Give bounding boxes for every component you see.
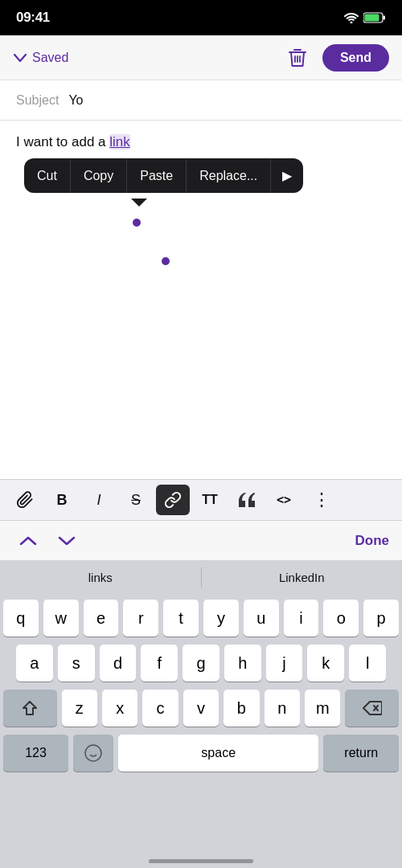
- key-u[interactable]: u: [244, 600, 279, 637]
- key-y[interactable]: y: [203, 600, 239, 637]
- key-c[interactable]: c: [142, 690, 178, 727]
- key-d[interactable]: d: [100, 645, 137, 682]
- saved-label: Saved: [32, 51, 68, 65]
- space-button[interactable]: space: [118, 735, 318, 772]
- quote-button[interactable]: [230, 485, 264, 515]
- code-button[interactable]: <>: [267, 485, 301, 515]
- top-actions: Send: [284, 43, 389, 72]
- send-button[interactable]: Send: [322, 44, 389, 72]
- key-x[interactable]: x: [102, 690, 137, 727]
- key-z[interactable]: z: [62, 690, 97, 727]
- subject-row: Subject Yo: [0, 80, 402, 121]
- key-q[interactable]: q: [3, 600, 39, 637]
- backspace-button[interactable]: [345, 690, 399, 727]
- key-t[interactable]: t: [163, 600, 199, 637]
- italic-button[interactable]: I: [82, 485, 116, 515]
- key-v[interactable]: v: [183, 690, 219, 727]
- key-row-bottom: 123 space return: [0, 735, 402, 772]
- more-menu-button[interactable]: ▶: [271, 158, 303, 193]
- svg-point-5: [85, 745, 101, 761]
- keyboard: q w e r t y u i o p a s d f g h j k l: [0, 593, 402, 868]
- emoji-icon: [84, 743, 103, 763]
- key-k[interactable]: k: [307, 645, 344, 682]
- trash-icon: [287, 47, 308, 69]
- done-button[interactable]: Done: [355, 533, 390, 549]
- battery-icon: [363, 12, 386, 23]
- key-p[interactable]: p: [363, 600, 399, 637]
- key-row-3: z x c v b n m: [0, 690, 402, 727]
- shift-icon: [22, 700, 38, 716]
- predictive-item-1[interactable]: links: [0, 567, 202, 588]
- key-i[interactable]: i: [284, 600, 319, 637]
- chevron-up-icon: [19, 534, 37, 547]
- key-w[interactable]: w: [43, 600, 79, 637]
- key-h[interactable]: h: [224, 645, 261, 682]
- cut-button[interactable]: Cut: [24, 159, 71, 193]
- key-m[interactable]: m: [305, 690, 340, 727]
- svg-rect-1: [384, 16, 386, 20]
- replace-button[interactable]: Replace...: [187, 159, 271, 193]
- status-icons: [344, 12, 386, 23]
- key-row-2: a s d f g h j k l: [0, 645, 402, 682]
- predictive-item-2[interactable]: LinkedIn: [202, 567, 403, 588]
- key-e[interactable]: e: [84, 600, 119, 637]
- shift-button[interactable]: [3, 690, 57, 727]
- nav-down-button[interactable]: [51, 531, 82, 551]
- bold-button[interactable]: B: [45, 485, 79, 515]
- link-icon: [164, 491, 182, 509]
- nav-arrows: [13, 531, 82, 551]
- delete-button[interactable]: [284, 43, 311, 72]
- nav-row: Done: [0, 521, 402, 561]
- key-row-1: q w e r t y u i o p: [0, 600, 402, 637]
- key-n[interactable]: n: [265, 690, 300, 727]
- key-l[interactable]: l: [349, 645, 386, 682]
- key-g[interactable]: g: [183, 645, 219, 682]
- key-o[interactable]: o: [323, 600, 359, 637]
- subject-label: Subject: [16, 93, 59, 108]
- status-bar: 09:41: [0, 0, 402, 35]
- key-a[interactable]: a: [16, 645, 53, 682]
- quote-icon: [239, 493, 255, 507]
- strikethrough-button[interactable]: S: [119, 485, 153, 515]
- cursor-start-handle[interactable]: [133, 219, 141, 227]
- body-text: I want to add a link: [16, 132, 386, 153]
- wifi-icon: [344, 12, 359, 23]
- paperclip-icon: [16, 491, 34, 509]
- subject-value[interactable]: Yo: [68, 93, 83, 108]
- context-menu: Cut Copy Paste Replace... ▶: [24, 158, 303, 193]
- backspace-icon: [363, 701, 382, 715]
- svg-rect-2: [365, 14, 379, 22]
- more-format-button[interactable]: ⋮: [304, 485, 338, 515]
- predictive-bar: links LinkedIn: [0, 561, 402, 593]
- text-size-button[interactable]: TT: [193, 485, 227, 515]
- top-bar: Saved Send: [0, 35, 402, 80]
- copy-button[interactable]: Copy: [71, 159, 127, 193]
- keyboard-rows: q w e r t y u i o p a s d f g h j k l: [0, 593, 402, 772]
- emoji-button[interactable]: [73, 735, 113, 772]
- num-button[interactable]: 123: [3, 735, 68, 772]
- attachment-button[interactable]: [8, 485, 42, 515]
- chevron-down-icon: [13, 52, 27, 63]
- link-button[interactable]: [156, 485, 190, 515]
- paste-button[interactable]: Paste: [127, 159, 187, 193]
- cursor-end-handle[interactable]: [162, 257, 170, 265]
- key-s[interactable]: s: [58, 645, 95, 682]
- status-time: 09:41: [16, 10, 50, 26]
- home-indicator: [149, 859, 253, 863]
- key-j[interactable]: j: [266, 645, 303, 682]
- chevron-down-nav-icon: [58, 534, 76, 547]
- format-toolbar: B I S TT <> ⋮: [0, 479, 402, 521]
- nav-up-button[interactable]: [13, 531, 43, 551]
- saved-area: Saved: [13, 51, 68, 65]
- key-b[interactable]: b: [224, 690, 259, 727]
- link-text-selected[interactable]: link: [109, 134, 130, 149]
- return-button[interactable]: return: [323, 735, 399, 772]
- body-text-before: I want to add a: [16, 134, 109, 149]
- context-menu-pointer: [131, 199, 147, 207]
- key-r[interactable]: r: [123, 600, 158, 637]
- key-f[interactable]: f: [141, 645, 178, 682]
